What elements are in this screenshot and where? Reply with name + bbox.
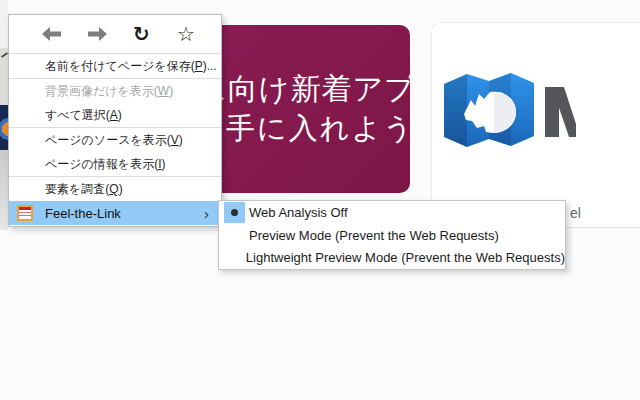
menu-item-accesskey: P	[195, 59, 203, 73]
submenu-item-lightweight-preview-mode[interactable]: Lightweight Preview Mode (Prevent the We…	[219, 246, 565, 269]
menu-item-label: すべて選択(	[45, 107, 110, 124]
submenu-item-web-analysis-off[interactable]: Web Analysis Off	[219, 201, 565, 224]
menu-item-label: 要素を調査(	[45, 181, 109, 198]
submenu-item-label: Web Analysis Off	[249, 205, 348, 220]
menu-item-accesskey: Q	[109, 182, 118, 196]
menu-item-view-page-source[interactable]: ページのソースを表示(V)	[9, 128, 221, 152]
menu-item-accesskey: V	[171, 133, 179, 147]
background-window-sliver-lower	[0, 150, 8, 230]
firefox-logo-fragment	[0, 105, 8, 150]
forward-button[interactable]	[84, 21, 110, 47]
menu-item-accesskey: W	[158, 84, 169, 98]
card-text-fragment: el	[570, 205, 581, 221]
radio-gutter	[219, 201, 249, 224]
background-thumbnail-fragment	[0, 48, 8, 105]
radio-gutter	[219, 246, 246, 269]
menu-item-label: 名前を付けてページを保存(	[45, 58, 195, 75]
menu-item-save-page-as[interactable]: 名前を付けてページを保存(P)...	[9, 54, 221, 78]
mdn-card[interactable]: el	[431, 22, 640, 228]
bookmark-button[interactable]: ☆	[173, 21, 199, 47]
radio-dot-icon	[231, 209, 238, 216]
menu-item-inspect-element[interactable]: 要素を調査(Q)	[9, 177, 221, 201]
forward-arrow-icon	[87, 27, 107, 41]
back-arrow-icon	[42, 27, 62, 41]
back-button[interactable]	[39, 21, 65, 47]
menu-item-label: ページの情報を表示(	[45, 156, 158, 173]
reload-button[interactable]: ↻	[128, 21, 154, 47]
menu-item-view-background-image[interactable]: 背景画像だけを表示(W)	[9, 79, 221, 103]
menu-item-label-suffix: )	[179, 133, 183, 147]
bookmark-star-icon: ☆	[177, 24, 195, 44]
submenu-item-preview-mode[interactable]: Preview Mode (Prevent the Web Requests)	[219, 224, 565, 247]
menu-item-label-suffix: )...	[203, 59, 217, 73]
mdn-map-dino-logo	[444, 68, 534, 152]
menu-item-label-suffix: )	[118, 108, 122, 122]
background-window-sliver	[0, 0, 8, 48]
submenu-item-label: Preview Mode (Prevent the Web Requests)	[249, 228, 499, 243]
feel-the-link-label: Feel-the-Link	[45, 206, 204, 221]
menu-item-accesskey: A	[110, 108, 118, 122]
radio-gutter	[219, 224, 249, 247]
menu-item-view-page-info[interactable]: ページの情報を表示(I)	[9, 152, 221, 176]
context-menu: ↻ ☆ 名前を付けてページを保存(P)... 背景画像だけを表示(W) すべて選…	[8, 14, 222, 227]
feel-the-link-submenu: Web Analysis Off Preview Mode (Prevent t…	[218, 200, 566, 270]
menu-item-list: 名前を付けてページを保存(P)... 背景画像だけを表示(W) すべて選択(A)…	[9, 54, 221, 201]
selected-radio-background	[224, 202, 245, 223]
menu-item-label-suffix: )	[169, 84, 173, 98]
menu-item-feel-the-link[interactable]: Feel-the-Link ›	[9, 201, 221, 225]
thumbnail-line-fragment	[1, 52, 8, 58]
menu-item-select-all[interactable]: すべて選択(A)	[9, 103, 221, 127]
reload-icon: ↻	[133, 24, 150, 44]
menu-item-label-suffix: )	[119, 182, 123, 196]
context-menu-toolbar: ↻ ☆	[9, 15, 221, 53]
menu-item-label-suffix: )	[161, 157, 165, 171]
menu-item-label: ページのソースを表示(	[45, 132, 171, 149]
feel-the-link-icon	[17, 205, 33, 221]
mdn-letter-m-fragment	[545, 87, 576, 137]
submenu-chevron-icon: ›	[204, 205, 209, 222]
submenu-item-label: Lightweight Preview Mode (Prevent the We…	[246, 250, 565, 265]
banner-text-line1: に向け新着アプ	[196, 69, 416, 110]
menu-item-label: 背景画像だけを表示(	[45, 83, 158, 100]
banner-text-line2: 手に入れよう	[226, 109, 415, 149]
